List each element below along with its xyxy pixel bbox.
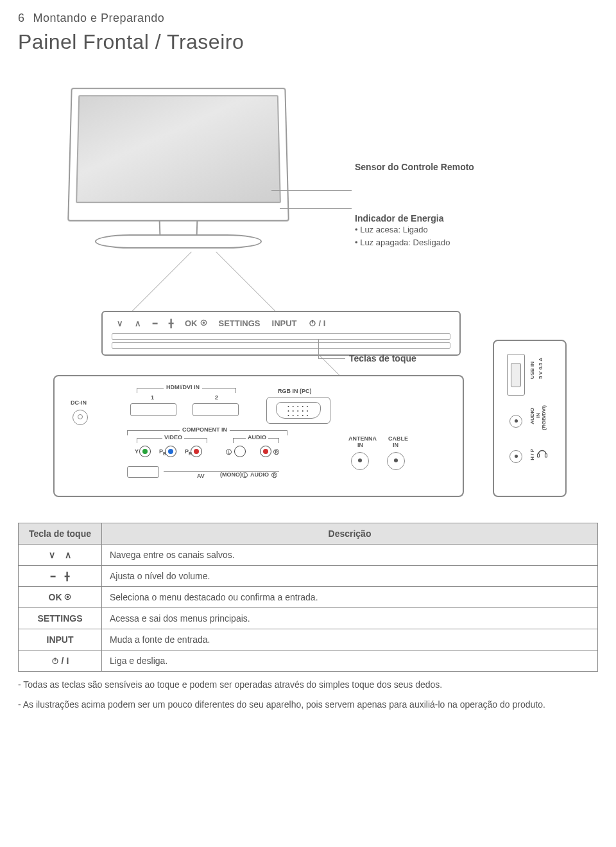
vol-plus-icon <box>65 571 69 581</box>
page-header: 6 Montando e Preparando <box>18 12 598 25</box>
settings-button-label: SETTINGS <box>219 319 261 328</box>
port-label-hdmi1: 1 <box>151 394 154 401</box>
table-row: INPUT Muda a fonte de entrada. <box>19 629 598 651</box>
port-label-mono: (MONO) <box>220 471 242 478</box>
port-label-hdmi: HDMI/DVI IN <box>164 384 202 390</box>
th-key: Tecla de toque <box>19 523 102 545</box>
touch-key-table: Tecla de toque Descrição Navega entre os… <box>18 523 598 672</box>
port-label-comp-video: VIDEO <box>162 434 184 441</box>
front-button-strip: OK SETTINGS INPUT / I <box>101 311 461 356</box>
vga-port: • • • • •• • • • •• • • • • <box>266 397 330 424</box>
port-label-rgb: RGB IN (PC) <box>278 388 312 394</box>
callout-energy-indicator: Indicador de Energia • Luz acesa: Ligado… <box>355 213 450 249</box>
port-label-av: AV <box>197 473 205 479</box>
port-label-hp: H / P <box>529 449 535 460</box>
port-label-dc-in: DC-IN <box>71 399 87 406</box>
callout-touch-keys: Teclas de toque <box>349 353 416 363</box>
vol-minus-icon <box>153 319 157 328</box>
nav-down-icon <box>49 550 55 560</box>
power-icon <box>309 319 316 328</box>
nav-down-icon <box>117 319 123 328</box>
headphone-icon <box>536 448 548 459</box>
vol-plus-icon <box>169 319 173 328</box>
table-row: OK Seleciona o menu destacado ou confirm… <box>19 587 598 608</box>
input-button-label: INPUT <box>272 319 297 328</box>
port-label-audio: AUDIO <box>250 471 269 478</box>
page-number: 6 <box>18 12 30 25</box>
table-row: Navega entre os canais salvos. <box>19 545 598 566</box>
side-ports-panel: USB IN 5 V 0.5 A AUDIO IN (RGB/DVI) H / … <box>493 340 567 497</box>
rear-ports-panel: DC-IN HDMI/DVI IN 1 2 RGB IN (PC) • • • … <box>53 375 464 497</box>
note-illustrations: - As ilustrações acima podem ser um pouc… <box>18 698 598 712</box>
port-label-usb-spec: 5 V 0.5 A <box>538 358 543 379</box>
svg-rect-3 <box>545 454 547 457</box>
table-row: Ajusta o nível do volume. <box>19 566 598 587</box>
section-title: Montando e Preparando <box>33 12 165 24</box>
table-header-row: Tecla de toque Descrição <box>19 523 598 545</box>
power-icon <box>51 656 59 666</box>
note-touch: - Todas as teclas são sensíveis ao toque… <box>18 678 598 692</box>
power-button-label: / I <box>309 319 326 328</box>
port-label-comp-audio: AUDIO <box>246 434 268 441</box>
callout-remote-sensor: Sensor do Controle Remoto <box>355 162 474 172</box>
ok-button-label: OK <box>185 319 207 328</box>
nav-up-icon <box>135 319 141 328</box>
table-row: SETTINGS Acessa e sai dos menus principa… <box>19 608 598 629</box>
port-label-hdmi2: 2 <box>215 394 218 401</box>
diagram: Sensor do Controle Remoto Indicador de E… <box>18 67 598 503</box>
monitor-illustration <box>69 86 287 247</box>
table-row: / I Liga e desliga. <box>19 651 598 672</box>
port-label-usb: USB IN <box>529 362 535 379</box>
th-desc: Descrição <box>102 523 598 545</box>
page-title: Painel Frontal / Traseiro <box>18 30 598 54</box>
vol-minus-icon <box>51 571 55 581</box>
ok-dot-icon <box>64 592 71 602</box>
svg-rect-2 <box>538 454 540 457</box>
nav-up-icon <box>65 550 71 560</box>
port-label-component: COMPONENT IN <box>180 426 230 433</box>
